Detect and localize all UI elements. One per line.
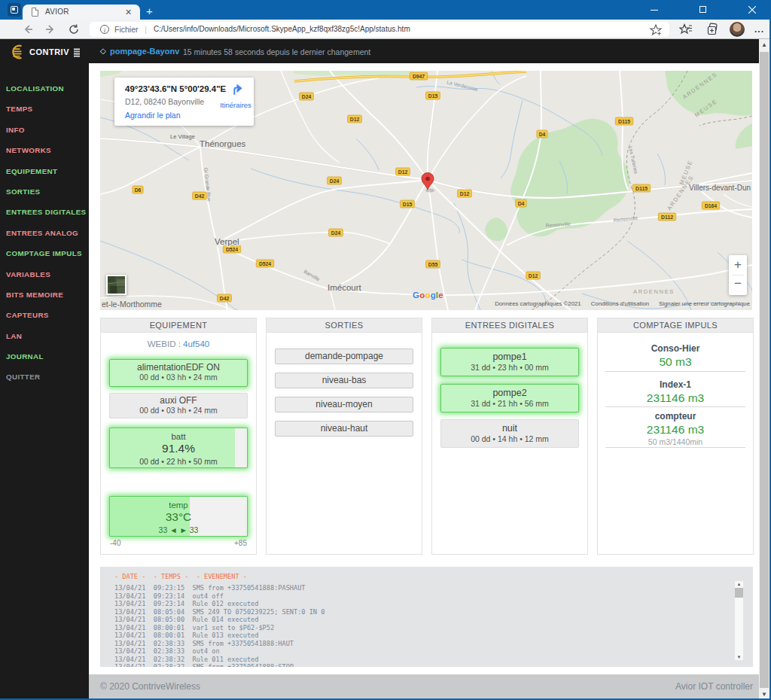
enlarge-map-link[interactable]: Agrandir le plan: [125, 111, 181, 120]
sidebar-item-entrees-analog[interactable]: ENTREES ANALOG: [0, 223, 89, 243]
svg-text:D24: D24: [302, 94, 312, 99]
panel-comptage-title: COMPTAGE IMPULS: [598, 318, 753, 333]
back-button[interactable]: [22, 23, 34, 35]
attribution-copyright: Données cartographiques ©2021: [495, 300, 581, 307]
settings-menu-icon[interactable]: ...: [754, 23, 764, 36]
scroll-thumb[interactable]: [760, 52, 769, 688]
sidebar-item-journal[interactable]: JOURNAL: [0, 346, 89, 367]
road-badge-d4: D4: [537, 130, 547, 138]
temperature-gauge[interactable]: temp 33°C 33 ◄ ► 33: [109, 496, 248, 537]
window-close-button[interactable]: [739, 0, 765, 19]
log-scroll-down-icon[interactable]: ▼: [735, 654, 743, 660]
counter-divider: [605, 406, 745, 407]
sidebar-item-temps[interactable]: TEMPS: [0, 99, 89, 119]
sidebar-item-localisation[interactable]: LOCALISATION: [0, 78, 89, 99]
site-name-link[interactable]: pompage-Bayonv: [110, 45, 179, 57]
town-label-thénorgues: Thénorgues: [200, 139, 246, 148]
input-name: pompe1: [441, 352, 578, 362]
browser-tab[interactable]: AVIOR ✕: [23, 5, 140, 20]
counter-divider: [605, 371, 745, 372]
forward-button[interactable]: [44, 23, 56, 35]
road-badge-d42: D42: [218, 294, 232, 302]
tab-actions-menu-button[interactable]: [8, 3, 21, 17]
collections-icon[interactable]: [706, 23, 720, 36]
window-minimize-button[interactable]: [641, 0, 667, 19]
svg-text:D524: D524: [226, 247, 238, 252]
footer-copyright: © 2020 ContriveWireless: [100, 681, 200, 692]
output-button-niveau-bas[interactable]: niveau-bas: [275, 373, 413, 388]
svg-text:D947: D947: [413, 74, 425, 79]
directions-label: Itinéraires: [220, 101, 251, 109]
satellite-view-toggle[interactable]: [106, 275, 126, 295]
sidebar-item-sorties[interactable]: SORTIES: [0, 181, 89, 202]
log-line: 13/04/21 08:00:01 Rule 013 executed: [114, 632, 325, 639]
status-box-auxi[interactable]: auxi OFF 00 dd • 03 hh • 24 mm: [109, 393, 248, 418]
panel-sorties: SORTIES demande-pompageniveau-basniveau-…: [266, 318, 422, 555]
window-maximize-button[interactable]: [690, 0, 715, 19]
sidebar-item-equipement[interactable]: EQUIPEMENT: [0, 161, 89, 181]
sidebar-item-comptage-impuls[interactable]: COMPTAGE IMPULS: [0, 243, 89, 263]
refresh-button[interactable]: [68, 23, 80, 35]
input-box-pompe2[interactable]: pompe231 dd • 21 hh • 56 mm: [440, 384, 579, 412]
svg-text:D42: D42: [195, 193, 205, 199]
sidebar-item-bits-memoire[interactable]: BITS MEMOIRE: [0, 285, 89, 305]
webid-link[interactable]: 4uf540: [183, 339, 209, 348]
svg-text:D524: D524: [259, 261, 271, 266]
road-badge-d12: D12: [396, 168, 410, 175]
terms-link[interactable]: Conditions d'utilisation: [591, 300, 649, 307]
scroll-up-icon[interactable]: ▲: [759, 39, 769, 50]
sidebar-item-info[interactable]: INFO: [0, 120, 89, 140]
sidebar-item-entrees-digitales[interactable]: ENTREES DIGITALES: [0, 202, 89, 222]
area-label-ardennes: ARDENNES: [633, 288, 675, 295]
battery-gauge[interactable]: batt 91.4% 00 dd • 22 hh • 50 mm: [109, 428, 248, 468]
google-logo: Google: [413, 291, 443, 300]
svg-text:D24: D24: [330, 178, 340, 184]
log-line: 13/04/21 09:23:14 out4 off: [114, 592, 325, 600]
output-button-niveau-moyen[interactable]: niveau-moyen: [275, 397, 413, 412]
report-error-link[interactable]: Signaler une erreur cartographique: [659, 300, 750, 307]
sidebar-item-variables[interactable]: VARIABLES: [0, 264, 89, 285]
svg-text:D42: D42: [220, 296, 230, 301]
sidebar-item-networks[interactable]: NETWORKS: [0, 140, 89, 160]
directions-button[interactable]: Itinéraires: [220, 82, 251, 109]
profile-avatar[interactable]: [730, 22, 745, 37]
tab-close-icon[interactable]: ✕: [125, 5, 132, 19]
sidebar-item-capteurs[interactable]: CAPTEURS: [0, 305, 89, 325]
event-log[interactable]: - DATE - - TEMPS - - EVENEMENT -13/04/21…: [100, 567, 753, 667]
page-scrollbar[interactable]: ▲ ▼: [759, 39, 769, 700]
log-scroll-up-icon[interactable]: ▲: [735, 581, 743, 587]
new-tab-button[interactable]: +: [146, 4, 153, 19]
log-scrollbar[interactable]: ▲ ▼: [735, 581, 743, 660]
svg-text:D55: D55: [428, 262, 438, 267]
input-box-pompe1[interactable]: pompe131 dd • 23 hh • 00 mm: [440, 348, 579, 376]
output-button-niveau-haut[interactable]: niveau-haut: [275, 421, 413, 437]
browser-toolbar: i Fichier | C:/Users/info/Downloads/Micr…: [0, 20, 771, 39]
zoom-out-button[interactable]: −: [729, 275, 747, 295]
add-favorite-icon[interactable]: [649, 23, 663, 37]
sidebar-nav: LOCALISATIONTEMPSINFONETWORKSEQUIPEMENTS…: [0, 63, 89, 700]
zoom-in-button[interactable]: +: [729, 255, 747, 275]
road-badge-d12: D12: [458, 190, 472, 197]
map-container[interactable]: D947D15D24D12D4D115D12D24D42D6D15D12D4D1…: [100, 71, 752, 310]
url-text: C:/Users/info/Downloads/Microsoft.SkypeA…: [154, 24, 410, 35]
page-favicon-icon: [32, 8, 38, 17]
page-info-icon[interactable]: i: [100, 25, 109, 34]
status-duration: 00 dd • 03 hh • 24 mm: [110, 406, 247, 415]
gauge-value: 33°C: [110, 510, 247, 524]
favorites-bar-icon[interactable]: [679, 23, 693, 36]
log-scroll-thumb[interactable]: [735, 588, 743, 598]
input-duration: 00 dd • 14 hh • 12 mm: [441, 434, 578, 443]
output-button-demande-pompage[interactable]: demande-pompage: [275, 348, 413, 364]
road-badge-d15: D15: [426, 92, 440, 99]
counter-value: 50 m3: [598, 355, 753, 369]
sidebar-item-lan[interactable]: LAN: [0, 326, 89, 346]
page-footer: © 2020 ContriveWireless Avior IOT contro…: [89, 674, 759, 699]
panel-equipement: EQUIPEMENT WEBID : 4uf540 alimentationED…: [100, 318, 257, 555]
status-box-alimentation[interactable]: alimentationEDF ON 00 dd • 03 hh • 24 mm: [109, 359, 248, 387]
input-box-nuit[interactable]: nuit00 dd • 14 hh • 12 mm: [440, 419, 579, 448]
log-line: 13/04/21 09:23:15 SMS from +33750541888:…: [114, 584, 325, 592]
sidebar-item-quitter[interactable]: QUITTER: [0, 367, 89, 387]
town-label-villers-devant-dun: Villers-devant-Dun: [689, 184, 751, 192]
road-badge-d112: D112: [658, 213, 675, 221]
log-line: 13/04/21 02:38:33 out4 on: [114, 647, 325, 655]
